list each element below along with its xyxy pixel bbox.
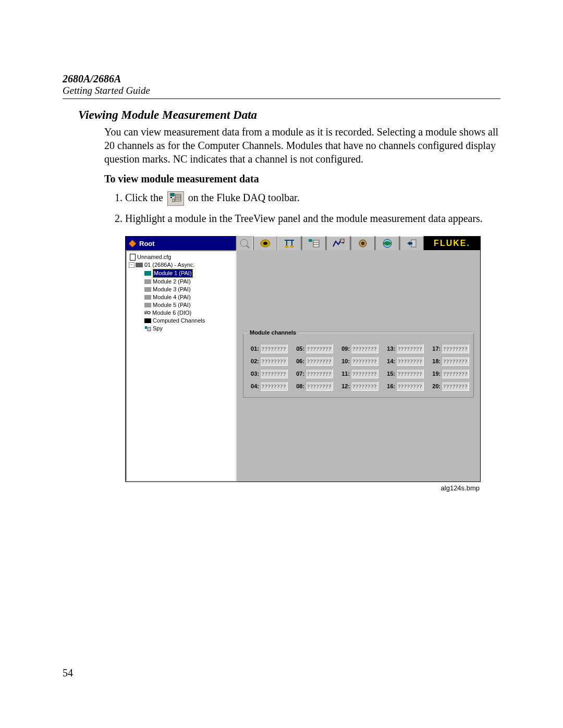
channel-cell: 04:???????? xyxy=(248,381,288,391)
cc-icon xyxy=(144,318,151,323)
header-guide: Getting Started Guide xyxy=(63,85,500,96)
tree-item[interactable]: Module 2 (PAI) xyxy=(128,278,235,286)
spy-icon xyxy=(144,326,151,331)
toolbar-button-alarm[interactable] xyxy=(350,236,375,251)
channel-label: 15: xyxy=(384,371,395,377)
procedure-steps: Click the on the Fluke DAQ toolbar. High… xyxy=(111,190,500,226)
toolbar-button-exit[interactable] xyxy=(399,236,424,251)
channel-cell: 01:???????? xyxy=(248,344,288,353)
channel-cell: 09:???????? xyxy=(338,344,378,353)
channel-value: ???????? xyxy=(305,356,333,366)
channel-label: 12: xyxy=(338,383,350,389)
channel-label: 01: xyxy=(248,346,259,352)
channel-label: 08: xyxy=(293,383,304,389)
channel-cell: 11:???????? xyxy=(338,369,378,378)
channel-label: 06: xyxy=(293,358,304,364)
tree-item[interactable]: Module 1 (PAI) xyxy=(128,269,235,278)
channel-cell: 15:???????? xyxy=(384,369,424,378)
channel-label: 11: xyxy=(338,371,350,377)
page-header: 2680A/2686A Getting Started Guide xyxy=(63,73,500,99)
title-area: Root xyxy=(126,237,236,250)
channel-value: ???????? xyxy=(305,344,333,353)
modg-icon xyxy=(144,295,151,300)
svg-line-8 xyxy=(247,245,249,248)
toolbar-button-module-view[interactable] xyxy=(301,236,326,251)
channel-value: ???????? xyxy=(396,356,424,366)
channel-label: 16: xyxy=(384,383,395,389)
channel-cell: 06:???????? xyxy=(293,356,333,366)
channel-value: ???????? xyxy=(442,381,469,391)
svg-rect-16 xyxy=(309,239,312,242)
tree-item[interactable]: Spy xyxy=(128,325,235,332)
figure: Root xyxy=(125,236,480,492)
modg-icon xyxy=(144,287,151,292)
channel-cell: 16:???????? xyxy=(384,381,424,391)
channel-value: ???????? xyxy=(351,369,378,378)
tree-item[interactable]: Module 3 (PAI) xyxy=(128,286,235,293)
channel-label: 09: xyxy=(338,346,350,352)
tree-item[interactable]: I/OModule 6 (DIO) xyxy=(128,309,235,317)
collapse-icon[interactable]: - xyxy=(129,262,134,268)
module-view-toolbar-icon xyxy=(167,191,184,206)
channel-value: ???????? xyxy=(396,369,424,378)
channel-label: 04: xyxy=(248,383,259,389)
toolbar-button-web[interactable] xyxy=(375,236,399,251)
tree-item[interactable]: Computed Channels xyxy=(128,317,235,325)
app-window: Root xyxy=(125,236,481,482)
channel-value: ???????? xyxy=(305,381,333,391)
channel-label: 07: xyxy=(293,371,304,377)
channel-label: 05: xyxy=(293,346,304,352)
brand-logo: FLUKE. xyxy=(424,237,480,250)
channel-label: 20: xyxy=(429,383,440,389)
channel-cell: 08:???????? xyxy=(293,381,333,391)
tree-device[interactable]: - 01 (2686A) - Async. xyxy=(128,261,235,269)
window-title: Root xyxy=(139,240,155,248)
device-icon xyxy=(136,263,143,267)
svg-point-23 xyxy=(361,242,364,245)
channel-value: ???????? xyxy=(260,344,288,353)
modg-icon xyxy=(144,279,151,284)
channel-cell: 17:???????? xyxy=(429,344,469,353)
step-1: Click the on the Fluke DAQ toolbar. xyxy=(125,190,500,206)
channel-value: ???????? xyxy=(442,369,469,378)
channel-value: ???????? xyxy=(351,344,378,353)
channel-cell: 05:???????? xyxy=(293,344,333,353)
channel-label: 14: xyxy=(384,358,395,364)
tree-toolbar-slot xyxy=(236,236,253,251)
channel-cell: 13:???????? xyxy=(384,344,424,353)
section-title: Viewing Module Measurement Data xyxy=(78,108,500,122)
toolbar-button-config[interactable] xyxy=(253,236,277,251)
channel-label: 13: xyxy=(384,346,395,352)
titlebar: Root xyxy=(126,237,480,250)
tree-root[interactable]: Unnamed.cfg xyxy=(128,253,235,261)
channel-value: ???????? xyxy=(351,356,378,366)
modg-icon xyxy=(144,303,151,307)
channel-value: ???????? xyxy=(396,381,424,391)
tree-item[interactable]: Module 5 (PAI) xyxy=(128,301,235,309)
channel-value: ???????? xyxy=(260,381,288,391)
channel-cell: 10:???????? xyxy=(338,356,378,366)
channel-label: 17: xyxy=(429,346,440,352)
toolbar-button-network[interactable] xyxy=(277,236,301,251)
channel-cell: 07:???????? xyxy=(293,369,333,378)
channel-cell: 12:???????? xyxy=(338,381,378,391)
app-icon xyxy=(129,240,136,247)
toolbar-button-chart[interactable] xyxy=(326,236,350,251)
tree-item[interactable]: Module 4 (PAI) xyxy=(128,293,235,301)
channel-label: 19: xyxy=(429,371,440,377)
svg-rect-27 xyxy=(145,326,147,329)
channel-value: ???????? xyxy=(442,356,469,366)
channel-cell: 19:???????? xyxy=(429,369,469,378)
svg-rect-14 xyxy=(285,245,288,248)
file-icon xyxy=(130,254,136,261)
channel-cell: 03:???????? xyxy=(248,369,288,378)
figure-caption: alg124s.bmp xyxy=(125,484,480,492)
channel-value: ???????? xyxy=(305,369,333,378)
procedure-title: To view module measurement data xyxy=(104,173,500,185)
svg-rect-0 xyxy=(170,193,174,196)
svg-rect-1 xyxy=(170,197,172,198)
content-panel: Module channels 01:????????05:????????09… xyxy=(237,250,480,482)
treeview-panel[interactable]: Unnamed.cfg - 01 (2686A) - Async. Module… xyxy=(126,250,237,482)
svg-rect-15 xyxy=(290,245,293,248)
channel-value: ???????? xyxy=(260,356,288,366)
